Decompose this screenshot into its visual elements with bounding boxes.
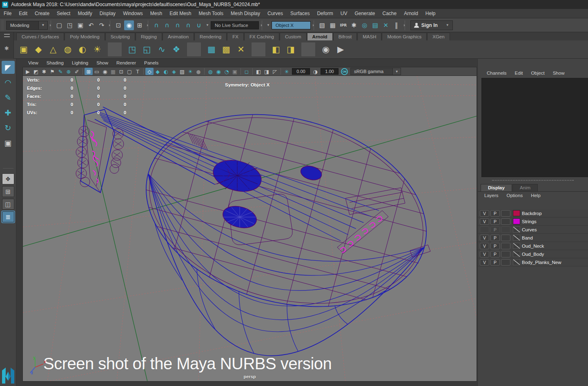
gear-icon[interactable]: ✱	[4, 45, 9, 51]
shelf-tab[interactable]: Animation	[163, 33, 194, 40]
layout-single-pane[interactable]: ❖	[2, 173, 14, 184]
paint-select-tool[interactable]: ✎	[2, 91, 15, 104]
smooth-shade-icon[interactable]: ◆	[154, 68, 162, 75]
layer-color-swatch[interactable]	[513, 210, 520, 216]
panel-menu-item[interactable]: Renderer	[112, 60, 140, 66]
layer-playback-toggle[interactable]: P	[490, 226, 500, 233]
layer-visibility-toggle[interactable]: V	[480, 251, 489, 257]
layout-two-pane[interactable]: ◫	[2, 199, 14, 210]
snap-to-grid-icon[interactable]: ∩	[151, 20, 161, 30]
layer-editor-tab[interactable]: Display	[481, 184, 512, 191]
layer-color-swatch[interactable]	[513, 235, 520, 241]
anti-alias-icon[interactable]: ◉	[214, 68, 223, 75]
menu-item[interactable]: Deform	[313, 9, 336, 18]
select-by-object-icon[interactable]: ◉	[124, 20, 134, 30]
render-current-frame-icon[interactable]: ▦	[328, 20, 338, 30]
chevron-down-icon[interactable]: ▼	[204, 23, 211, 27]
2d-pan-zoom-icon[interactable]: ⊕	[65, 68, 73, 75]
mesh-light-icon[interactable]: ◆	[31, 42, 45, 56]
menu-item[interactable]: Help	[422, 9, 439, 18]
exposure-field[interactable]: 0.00	[292, 68, 310, 75]
viewport-canvas[interactable]: Verts: 0 0 0 Edges: 0 0 0 Faces: 0 0 0	[22, 76, 477, 382]
layer-color-swatch[interactable]	[513, 226, 520, 233]
layer-display-type-box[interactable]	[501, 226, 510, 233]
menu-item[interactable]: Modify	[74, 9, 96, 18]
select-by-hierarchy-icon[interactable]: ⊡	[114, 20, 123, 30]
layer-visibility-toggle[interactable]: V	[480, 259, 489, 266]
layer-playback-toggle[interactable]: P	[490, 251, 500, 257]
separator[interactable]	[312, 20, 316, 31]
shelf-tab[interactable]: XGen	[427, 33, 450, 40]
depth-of-field-icon[interactable]: ▣	[231, 68, 239, 75]
separator[interactable]	[146, 20, 150, 31]
render-sequence-icon[interactable]: ▩	[219, 42, 233, 56]
menu-item[interactable]: Mesh Display	[227, 9, 264, 18]
motion-blur-icon[interactable]: ◔	[223, 68, 231, 75]
layer-display-type-box[interactable]	[501, 235, 510, 241]
skydome-light-icon[interactable]: ◍	[61, 42, 75, 56]
view-transform-toggle[interactable]: ON	[341, 68, 348, 75]
grip-handle[interactable]	[1, 20, 4, 31]
scale-tool[interactable]: ▣	[2, 136, 15, 149]
layer-playback-toggle[interactable]: P	[490, 243, 500, 249]
colorspace-dropdown[interactable]: sRGB gamma ▼	[350, 68, 401, 75]
render-setup-icon[interactable]: ◎	[360, 20, 370, 30]
pause-viewport-icon[interactable]: ‖	[392, 20, 401, 30]
shelf-tab[interactable]: Rendering	[194, 33, 227, 40]
redo-icon[interactable]: ↷	[97, 20, 107, 30]
bookmark-icon[interactable]: ⚑	[48, 68, 56, 75]
move-tool[interactable]: ✚	[2, 106, 15, 119]
channel-box-menu-item[interactable]: Channels	[483, 71, 511, 75]
layout-four-pane[interactable]: ⊞	[2, 186, 14, 197]
rotate-tool[interactable]: ↻	[2, 121, 15, 134]
shelf-tab[interactable]: Motion Graphics	[382, 33, 427, 40]
layer-playback-toggle[interactable]: P	[490, 218, 500, 225]
Oud_Neck[interactable]: V P Oud_Neck	[478, 242, 588, 250]
grid-icon[interactable]: ⊞	[85, 68, 93, 75]
separator[interactable]	[49, 20, 53, 31]
area-light-icon[interactable]: ▣	[17, 42, 31, 56]
menu-item[interactable]: Create	[31, 9, 53, 18]
menu-item[interactable]: Surfaces	[287, 9, 313, 18]
safe-action-icon[interactable]: ▢	[125, 68, 134, 75]
gate-mask-icon[interactable]: ▦	[109, 68, 117, 75]
separator[interactable]	[108, 20, 112, 31]
textured-icon[interactable]: ▨	[178, 68, 186, 75]
ipr-render-icon[interactable]: IPR	[339, 20, 348, 30]
flat-shade-icon[interactable]: ◐	[162, 68, 170, 75]
lasso-select-tool[interactable]: ◠	[2, 76, 15, 89]
export-standin-icon[interactable]: ◱	[140, 42, 154, 56]
layer-display-type-box[interactable]	[501, 251, 510, 257]
layer-display-type-box[interactable]	[501, 218, 510, 225]
channel-box-menu-item[interactable]: Show	[549, 71, 569, 75]
shelf-menu-icon[interactable]	[4, 34, 10, 37]
menu-item[interactable]: UV	[337, 9, 351, 18]
layer-display-type-box[interactable]	[501, 259, 510, 266]
layer-color-swatch[interactable]	[513, 243, 520, 249]
Oud_Body[interactable]: V P Oud_Body	[478, 250, 588, 258]
layer-visibility-toggle[interactable]	[480, 226, 489, 233]
render-view-icon[interactable]: ▧	[317, 20, 327, 30]
layer-playback-toggle[interactable]: P	[490, 210, 500, 217]
arnold-render-icon[interactable]: ▦	[205, 42, 218, 56]
paste-view-icon[interactable]: ◨	[263, 68, 271, 75]
separator[interactable]	[108, 42, 122, 56]
Curves[interactable]: P Curves	[478, 226, 588, 234]
flipbook-icon[interactable]: ◉	[319, 42, 333, 56]
Band[interactable]: V P Band	[478, 234, 588, 242]
layer-editor-menu-item[interactable]: Options	[503, 193, 527, 198]
shadows-icon[interactable]: ●	[194, 68, 203, 75]
open-scene-icon[interactable]: ◳	[65, 20, 75, 30]
channel-box-menu-item[interactable]: Object	[527, 71, 548, 75]
volume-icon[interactable]: ❖	[169, 42, 183, 56]
menu-item[interactable]: Curves	[264, 9, 287, 18]
grease-pencil-icon[interactable]: ✐	[73, 68, 81, 75]
menu-item[interactable]: Select	[53, 9, 74, 18]
layer-list-empty-area[interactable]	[478, 266, 588, 386]
select-by-component-icon[interactable]: ⊞	[135, 20, 145, 30]
layer-visibility-toggle[interactable]: V	[480, 218, 489, 225]
layer-display-type-box[interactable]	[501, 210, 510, 217]
symmetry-field[interactable]: Object X	[272, 21, 311, 29]
wireframe-icon[interactable]: ◇	[145, 68, 154, 75]
physical-sky-icon[interactable]: ☀	[90, 42, 104, 56]
